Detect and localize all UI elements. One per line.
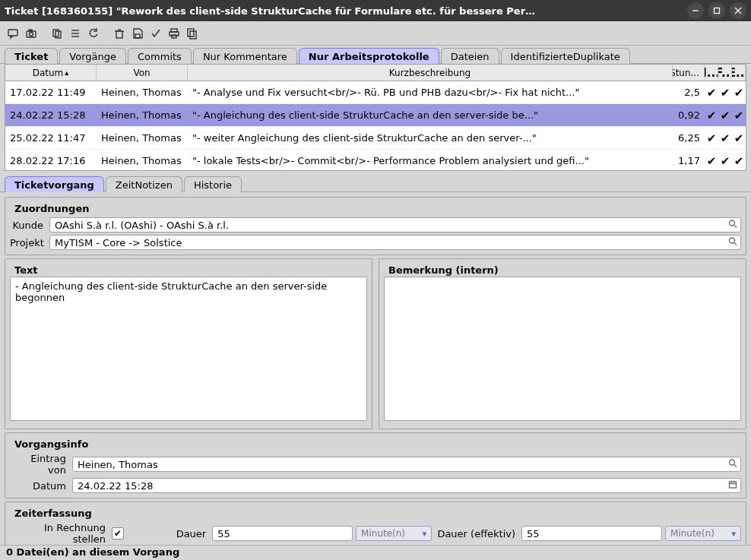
table-header: Datum Von Kurzbeschreibung EffStun... I.… (5, 65, 746, 81)
cell-date: 24.02.22 15:28 (5, 104, 97, 126)
table-row[interactable]: 28.02.22 17:16Heinen, Thomas"- lokale Te… (5, 150, 746, 171)
cell-e: ✔ (732, 81, 746, 103)
tab-nur-kommentare[interactable]: Nur Kommentare (193, 48, 297, 64)
bemerkung-group: Bemerkung (intern) (379, 258, 746, 429)
cell-i: ✔ (705, 127, 718, 149)
dauer-label: Dauer (156, 528, 209, 539)
tab-identifizierte-duplikate[interactable]: IdentifizierteDuplikate (501, 48, 630, 64)
svg-line-27 (734, 465, 737, 467)
close-button[interactable] (730, 2, 746, 19)
tab-ticketvorgang[interactable]: Ticketvorgang (5, 176, 104, 192)
copy-icon[interactable] (49, 25, 65, 42)
cell-date: 25.02.22 11:47 (5, 127, 97, 149)
cell-von: Heinen, Thomas (97, 104, 188, 126)
svg-rect-21 (190, 31, 196, 39)
zuordnungen-group: Zuordnungen Kunde OAshi S.à r.l. (OAshi)… (5, 197, 746, 255)
camera-icon[interactable] (23, 25, 40, 42)
table-row[interactable]: 17.02.22 11:49Heinen, Thomas"- Analyse u… (5, 81, 746, 104)
cell-i: ✔ (705, 81, 718, 103)
cell-von: Heinen, Thomas (97, 150, 188, 171)
cell-eff: 0,92 (673, 104, 705, 126)
col-f[interactable]: F... (718, 65, 732, 81)
search-icon[interactable] (728, 220, 737, 231)
datum-field[interactable]: 24.02.22 15:28 (72, 478, 741, 493)
cell-desc: "- Analyse und Fix versucht<br/>- Rü. PB… (188, 81, 673, 103)
svg-point-6 (30, 32, 33, 36)
search-icon[interactable] (728, 237, 737, 248)
svg-line-25 (734, 243, 737, 245)
projekt-label: Projekt (10, 237, 46, 248)
cell-eff: 1,17 (673, 150, 705, 171)
footer-status: 0 Datei(en) an diesem Vorgang (0, 545, 751, 560)
maximize-button[interactable] (708, 2, 725, 19)
svg-rect-20 (188, 29, 194, 36)
list-icon[interactable] (67, 25, 84, 42)
refresh-icon[interactable] (85, 25, 102, 42)
svg-rect-13 (116, 31, 122, 38)
cell-f: ✔ (718, 150, 732, 171)
text-group: Text (5, 258, 372, 429)
cell-desc: "- lokale Tests<br/>- Commit<br/>- Perfo… (188, 150, 673, 171)
cell-von: Heinen, Thomas (97, 127, 188, 149)
tab-nur-arbeitsprotokolle[interactable]: Nur Arbeitsprotokolle (299, 48, 439, 64)
cell-f: ✔ (718, 104, 732, 126)
kunde-field[interactable]: OAshi S.à r.l. (OAshi) - OAshi S.à r.l. (49, 217, 741, 233)
in-rechnung-checkbox[interactable] (112, 527, 124, 539)
tab-historie[interactable]: Historie (184, 176, 242, 192)
cell-e: ✔ (732, 150, 746, 171)
cell-f: ✔ (718, 127, 732, 149)
toolbar (0, 21, 751, 46)
detail-tab-row: Ticketvorgang ZeitNotizen Historie (0, 174, 751, 192)
cell-eff: 2,5 (673, 81, 705, 103)
cell-i: ✔ (705, 150, 718, 171)
tab-dateien[interactable]: Dateien (441, 48, 499, 64)
calendar-icon[interactable] (728, 480, 737, 492)
save-icon[interactable] (129, 25, 146, 42)
cell-i: ✔ (705, 104, 718, 126)
table-row[interactable]: 25.02.22 11:47Heinen, Thomas"- weiter An… (5, 127, 746, 150)
text-field[interactable] (10, 277, 367, 421)
col-von[interactable]: Von (97, 65, 188, 81)
dauer-eff-unit-select[interactable]: Minute(n) (665, 526, 741, 541)
col-desc[interactable]: Kurzbeschreibung (188, 65, 673, 81)
table-row[interactable]: 24.02.22 15:28Heinen, Thomas"- Angleichu… (5, 104, 746, 127)
svg-rect-7 (29, 30, 32, 31)
col-date[interactable]: Datum (5, 65, 97, 81)
svg-rect-19 (172, 35, 176, 38)
tab-zeitnotizen[interactable]: ZeitNotizen (106, 176, 182, 192)
col-e[interactable]: E... (732, 65, 746, 81)
tab-commits[interactable]: Commits (128, 48, 192, 64)
zuordnungen-legend: Zuordnungen (11, 203, 92, 214)
bemerkung-field[interactable] (384, 277, 741, 421)
cell-e: ✔ (732, 104, 746, 126)
dauer-field[interactable]: 55 (212, 526, 353, 541)
trash-icon[interactable] (111, 25, 128, 42)
col-i[interactable]: I... (705, 65, 718, 81)
projekt-field[interactable]: MyTISM - Core -> Solstice (49, 235, 741, 250)
worklog-table: Datum Von Kurzbeschreibung EffStun... I.… (5, 64, 746, 171)
dauer-eff-field[interactable]: 55 (521, 526, 662, 541)
cell-desc: "- Angleichung des client-side StrukturC… (188, 104, 673, 126)
svg-rect-4 (8, 30, 17, 36)
detail-panel: Zuordnungen Kunde OAshi S.à r.l. (OAshi)… (5, 197, 746, 560)
title-bar: Ticket [168360155] "Rework des client-si… (0, 0, 751, 21)
kunde-label: Kunde (10, 220, 46, 231)
tab-vorgaenge[interactable]: Vorgänge (59, 48, 126, 64)
minimize-button[interactable] (687, 2, 704, 19)
comment-icon[interactable] (5, 25, 21, 42)
bemerkung-legend: Bemerkung (intern) (385, 264, 502, 276)
eintrag-field[interactable]: Heinen, Thomas (72, 457, 741, 472)
svg-rect-28 (730, 482, 737, 488)
col-eff[interactable]: EffStun... (673, 65, 705, 81)
dauer-unit-select[interactable]: Minute(n) (356, 526, 432, 541)
search-icon[interactable] (728, 459, 737, 470)
duplicate-icon[interactable] (184, 25, 201, 42)
vorgangsinfo-group: Vorgangsinfo Eintrag von Heinen, Thomas … (5, 432, 746, 498)
print-icon[interactable] (166, 25, 182, 42)
zeiterfassung-legend: Zeiterfassung (11, 508, 95, 519)
tab-ticket[interactable]: Ticket (5, 48, 58, 64)
datum-label: Datum (10, 480, 69, 492)
svg-rect-16 (135, 34, 140, 38)
svg-point-24 (730, 238, 735, 243)
check-icon[interactable] (147, 25, 164, 42)
